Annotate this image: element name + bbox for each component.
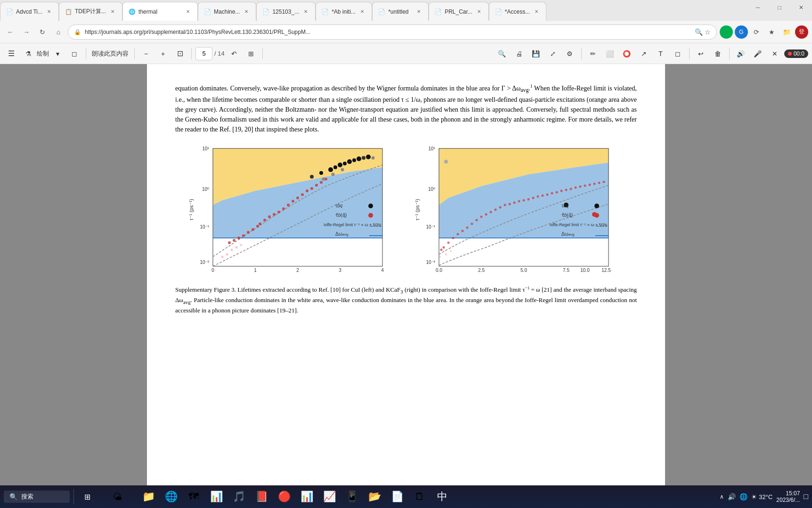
undo-button[interactable]: ↩ <box>693 46 708 61</box>
svg-point-41 <box>319 171 323 175</box>
svg-text:τbq: τbq <box>335 203 343 208</box>
draw-tool[interactable]: ⚗ 绘制 ▾ <box>21 46 65 61</box>
weather-widget[interactable]: 🌤 <box>98 487 136 506</box>
ext-reload[interactable]: ⟳ <box>750 25 763 39</box>
search-button[interactable]: 🔍 <box>495 46 510 61</box>
reload-button[interactable]: ↻ <box>36 25 49 39</box>
svg-point-7 <box>237 237 240 239</box>
tab-thermal[interactable]: 🌐 thermal ✕ <box>122 2 198 21</box>
eraser-tool[interactable]: ◻ <box>67 46 82 61</box>
audio-button[interactable]: 🔊 <box>733 46 748 61</box>
erase-tool[interactable]: ◻ <box>670 46 685 61</box>
svg-point-28 <box>221 255 224 258</box>
tab-close[interactable]: ✕ <box>302 8 309 16</box>
taskbar-app-matlab[interactable]: 📊 <box>206 487 227 506</box>
taskbar-app-ime[interactable]: 中 <box>432 487 453 506</box>
expand-button[interactable]: ⤢ <box>545 46 560 61</box>
zoom-out-button[interactable]: − <box>138 46 154 61</box>
address-input[interactable]: 🔒 https://journals.aps.org/prl/supplemen… <box>68 25 717 40</box>
prev-page-button[interactable]: ↶ <box>227 46 242 61</box>
tab-machine[interactable]: 📄 Machine... ✕ <box>198 2 256 21</box>
ext-fav[interactable]: ★ <box>765 25 778 39</box>
close-button[interactable]: ✕ <box>790 0 812 15</box>
settings-button[interactable]: ⚙ <box>562 46 577 61</box>
tab-close[interactable]: ✕ <box>243 8 250 16</box>
zoom-in-button[interactable]: + <box>155 46 171 61</box>
taskbar-app-excel[interactable]: 📈 <box>319 487 340 506</box>
search-icon[interactable]: 🔍 <box>695 28 703 36</box>
tab-tdep[interactable]: 📋 TDEP计算... ✕ <box>59 2 122 21</box>
mic-button[interactable]: 🎤 <box>750 46 765 61</box>
forward-button[interactable]: → <box>20 25 33 39</box>
tab-ab-initio[interactable]: 📄 *Ab initi... ✕ <box>316 2 372 21</box>
circle-tool[interactable]: ⭕ <box>619 46 634 61</box>
taskbar-app-maps[interactable]: 🗺 <box>183 487 204 506</box>
tab-untitled[interactable]: 📄 *untitled ✕ <box>372 2 429 21</box>
network-icon[interactable]: 🌐 <box>739 493 747 500</box>
tab-close[interactable]: ✕ <box>415 8 422 16</box>
ext-blue[interactable]: G <box>735 25 748 39</box>
taskbar-clock[interactable]: 15:07 2023/6/... <box>776 490 800 503</box>
taskbar-app-edge[interactable]: 🌐 <box>161 487 181 506</box>
svg-point-90 <box>528 198 530 200</box>
taskbar-app-green[interactable]: 🎵 <box>228 487 249 506</box>
tab-close[interactable]: ✕ <box>109 8 116 16</box>
tab-close[interactable]: ✕ <box>533 8 540 16</box>
svg-point-105 <box>598 181 601 184</box>
tab-prl[interactable]: 📄 PRL_Car... ✕ <box>429 2 489 21</box>
tab-close[interactable]: ✕ <box>45 8 53 16</box>
taskbar-app-powerpoint[interactable]: 📊 <box>296 487 317 506</box>
delete-button[interactable]: 🗑 <box>710 46 725 61</box>
maximize-button[interactable]: □ <box>769 0 790 15</box>
ext-green[interactable] <box>720 25 733 39</box>
taskbar-app-files[interactable]: 📂 <box>364 487 385 506</box>
svg-point-99 <box>570 188 572 190</box>
back-button[interactable]: ← <box>4 25 17 39</box>
view-mode-button[interactable]: ⊞ <box>244 46 259 61</box>
tab-close[interactable]: ✕ <box>475 8 483 16</box>
speaker-icon[interactable]: 🔊 <box>728 493 736 500</box>
rect-tool[interactable]: ⬜ <box>602 46 617 61</box>
svg-point-58 <box>368 204 373 208</box>
taskbar-app-explorer[interactable]: 📁 <box>138 487 159 506</box>
taskbar-app-phone[interactable]: 📱 <box>341 487 362 506</box>
up-arrow-icon[interactable]: ∧ <box>720 493 724 500</box>
minimize-button[interactable]: ─ <box>747 0 769 15</box>
ext-profile[interactable]: 登 <box>795 25 808 39</box>
notification-icon[interactable]: □ <box>804 492 808 501</box>
page-input[interactable] <box>195 47 212 60</box>
print-button[interactable]: 🖨 <box>512 46 527 61</box>
svg-point-23 <box>310 187 313 190</box>
svg-point-73 <box>447 241 450 244</box>
sidebar-toggle[interactable]: ☰ <box>4 46 19 61</box>
tab-125103[interactable]: 📄 125103_... ✕ <box>256 2 316 21</box>
svg-point-125 <box>594 204 599 208</box>
taskbar-app-note[interactable]: 🗒 <box>409 487 430 506</box>
taskbar-search[interactable]: 🔍 搜索 <box>4 491 70 503</box>
home-button[interactable]: ⌂ <box>52 25 65 39</box>
taskbar-app-orange[interactable]: 📕 <box>251 487 272 506</box>
text-tool[interactable]: T <box>653 46 668 61</box>
pen-tool[interactable]: ✏ <box>585 46 601 61</box>
svg-text:10⁻¹: 10⁻¹ <box>200 224 210 229</box>
close-toolbar-button[interactable]: ✕ <box>767 46 782 61</box>
taskbar-app-red[interactable]: 🔴 <box>274 487 294 506</box>
svg-text:ω (THz): ω (THz) <box>512 275 535 276</box>
arrow-tool[interactable]: ↗ <box>636 46 651 61</box>
ext-collection[interactable]: 📁 <box>780 25 793 39</box>
svg-point-78 <box>471 222 473 225</box>
fit-button[interactable]: ⊡ <box>172 46 187 61</box>
tab-close[interactable]: ✕ <box>184 8 192 16</box>
svg-text:5.0: 5.0 <box>520 268 527 273</box>
svg-text:Δωavg: Δωavg <box>561 231 574 237</box>
draw-dropdown[interactable]: ▾ <box>50 46 65 61</box>
star-icon[interactable]: ☆ <box>705 28 711 36</box>
svg-point-77 <box>466 226 469 229</box>
tab-access[interactable]: 📄 *Access... ✕ <box>489 2 546 21</box>
svg-point-39 <box>352 158 356 162</box>
task-view-button[interactable]: ⊞ <box>78 487 97 506</box>
taskbar-app-acrobat[interactable]: 📄 <box>387 487 407 506</box>
save-button[interactable]: 💾 <box>528 46 544 61</box>
tab-advcd[interactable]: 📄 Advcd Ti... ✕ <box>0 2 59 21</box>
tab-close[interactable]: ✕ <box>358 8 366 16</box>
